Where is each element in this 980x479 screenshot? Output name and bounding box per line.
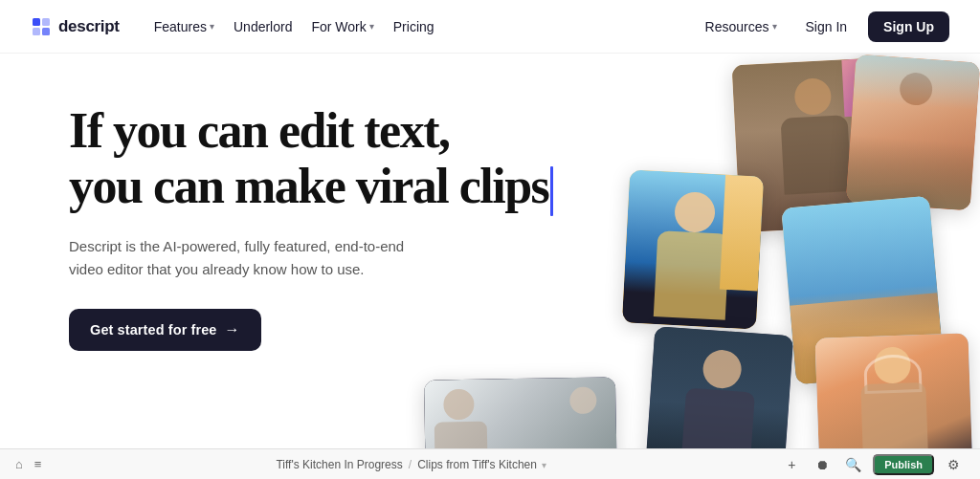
publish-button[interactable]: Publish [873,454,934,475]
record-button[interactable]: ⏺ [812,454,833,475]
chevron-down-icon: ▾ [542,460,546,470]
hero-subtitle: Descript is the AI-powered, fully featur… [69,235,433,280]
sign-in-button[interactable]: Sign In [792,12,861,41]
search-button[interactable]: 🔍 [842,454,863,475]
photo-collage: JEFF UMBRO And that wa... [482,54,980,479]
photo-card-2 [846,54,980,211]
chevron-down-icon: ▾ [772,21,777,32]
nav-pricing[interactable]: Pricing [386,13,442,40]
logo-label: descript [58,17,120,36]
nav-right: Resources ▾ Sign In Sign Up [698,11,949,42]
photo-card-4 [622,169,764,329]
hero-section: If you can edit text, you can make viral… [0,54,980,479]
nav-for-work[interactable]: For Work ▾ [303,13,381,40]
chevron-down-icon: ▾ [210,21,214,32]
settings-icon[interactable]: ⚙ [944,454,965,475]
menu-icon[interactable]: ≡ [34,457,42,471]
breadcrumb-title[interactable]: Tiff's Kitchen In Progress [276,458,402,471]
svg-rect-3 [42,28,50,35]
arrow-icon: → [225,321,240,338]
bottom-left-controls: ⌂ ≡ [15,457,41,471]
get-started-button[interactable]: Get started for free → [69,309,261,351]
chevron-down-icon: ▾ [369,21,374,32]
hero-content: If you can edit text, you can make viral… [69,103,553,479]
text-cursor [550,166,553,216]
nav-links: Features ▾ Underlord For Work ▾ Pricing [146,13,442,40]
svg-rect-1 [42,18,50,26]
add-button[interactable]: + [781,454,802,475]
breadcrumb-subtitle[interactable]: Clips from Tiff's Kitchen ▾ [417,458,546,471]
sign-up-button[interactable]: Sign Up [868,11,949,42]
svg-rect-2 [33,28,40,35]
nav-features[interactable]: Features ▾ [146,13,222,40]
breadcrumb-separator: / [409,458,412,471]
navbar: descript Features ▾ Underlord For Work ▾… [0,0,980,54]
breadcrumb: Tiff's Kitchen In Progress / Clips from … [276,458,546,471]
nav-resources[interactable]: Resources ▾ [698,13,785,40]
bottom-right-controls: + ⏺ 🔍 Publish ⚙ [781,454,965,475]
logo[interactable]: descript [31,16,120,37]
home-icon[interactable]: ⌂ [15,457,23,471]
nav-underlord[interactable]: Underlord [226,13,300,40]
nav-left: descript Features ▾ Underlord For Work ▾… [31,13,442,40]
hero-title: If you can edit text, you can make viral… [69,103,553,216]
bottom-bar: ⌂ ≡ Tiff's Kitchen In Progress / Clips f… [0,448,980,479]
svg-rect-0 [33,18,40,26]
descript-logo-icon [31,16,52,37]
